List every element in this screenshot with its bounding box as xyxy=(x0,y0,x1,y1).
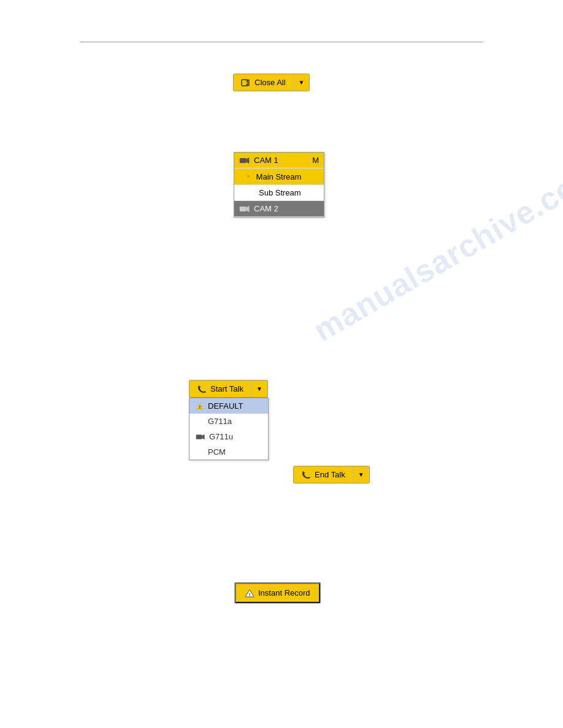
svg-marker-5 xyxy=(246,157,249,164)
cam2-label: CAM 2 xyxy=(254,204,319,213)
talk-menu-label-g711u: G711u xyxy=(209,432,233,441)
cam1-label: CAM 1 xyxy=(254,156,306,165)
instant-record-warn-icon: ! xyxy=(245,589,255,597)
top-divider xyxy=(80,42,483,42)
start-talk-dropdown-arrow[interactable]: ▼ xyxy=(251,381,267,397)
camera-dropdown: CAM 1 M • Main Stream Sub Stream CAM 2 xyxy=(234,152,324,218)
svg-rect-10 xyxy=(196,434,202,439)
start-talk-area: Start Talk ▼ ! DEFAULT G711a xyxy=(189,380,268,398)
start-talk-split-button: Start Talk ▼ xyxy=(189,380,268,398)
talk-menu-item-default[interactable]: ! DEFAULT xyxy=(190,398,268,414)
talk-menu-label-pcm: PCM xyxy=(208,447,226,457)
arrow-icon: ▼ xyxy=(299,79,305,86)
start-talk-arrow-icon: ▼ xyxy=(256,385,262,392)
main-stream-label: Main Stream xyxy=(256,172,302,181)
svg-text:!: ! xyxy=(199,405,201,409)
start-talk-label: Start Talk xyxy=(210,384,243,393)
svg-rect-4 xyxy=(240,157,247,162)
cam1-row[interactable]: CAM 1 M xyxy=(234,153,324,169)
close-all-button[interactable]: Close All xyxy=(234,74,293,91)
cam2-row[interactable]: CAM 2 xyxy=(234,201,324,217)
talk-menu-item-pcm[interactable]: PCM xyxy=(190,444,268,460)
close-all-area: Close All ▼ xyxy=(233,74,310,91)
instant-record-main-button[interactable]: ! Instant Record xyxy=(235,583,320,603)
main-stream-bullet: • xyxy=(247,172,250,181)
close-all-label: Close All xyxy=(255,78,286,87)
svg-text:!: ! xyxy=(249,592,251,597)
page: manualsarchive.com Close All ▼ xyxy=(0,0,563,728)
start-talk-button[interactable]: Start Talk xyxy=(190,381,251,397)
phone-icon xyxy=(197,385,207,393)
svg-rect-6 xyxy=(240,206,247,211)
end-talk-label: End Talk xyxy=(315,470,345,479)
end-talk-dropdown-arrow[interactable]: ▼ xyxy=(353,466,369,483)
close-all-split-button: Close All ▼ xyxy=(233,74,310,91)
cam2-icon xyxy=(239,205,250,213)
svg-marker-11 xyxy=(202,434,204,439)
svg-marker-7 xyxy=(246,206,249,212)
sub-stream-label: Sub Stream xyxy=(259,188,301,197)
end-talk-area: End Talk ▼ xyxy=(293,466,370,483)
talk-menu-label-g711a: G711a xyxy=(208,417,232,426)
instant-record-button: ! Instant Record xyxy=(234,582,321,604)
instant-record-area: ! Instant Record xyxy=(234,582,321,604)
video-icon-g711u xyxy=(196,433,205,441)
main-stream-row[interactable]: • Main Stream xyxy=(234,169,324,185)
cam1-suffix: M xyxy=(312,156,319,165)
close-all-icon xyxy=(241,78,251,87)
talk-menu-item-g711u[interactable]: G711u xyxy=(190,429,268,444)
close-all-dropdown-arrow[interactable]: ▼ xyxy=(293,74,310,91)
talk-dropdown-menu: ! DEFAULT G711a G711u PCM xyxy=(189,398,269,460)
end-talk-split-button: End Talk ▼ xyxy=(293,466,370,483)
start-talk-container: Start Talk ▼ ! DEFAULT G711a xyxy=(189,380,268,398)
talk-menu-label-default: DEFAULT xyxy=(208,401,243,411)
end-talk-button[interactable]: End Talk xyxy=(294,466,353,483)
watermark: manualsarchive.com xyxy=(307,154,563,349)
sub-stream-row[interactable]: Sub Stream xyxy=(234,185,324,201)
end-talk-arrow-icon: ▼ xyxy=(358,471,364,478)
warn-icon-default: ! xyxy=(196,403,204,410)
talk-menu-item-g711a[interactable]: G711a xyxy=(190,414,268,429)
end-talk-phone-icon xyxy=(301,471,311,479)
cam1-icon xyxy=(239,156,250,165)
instant-record-label: Instant Record xyxy=(258,588,310,597)
